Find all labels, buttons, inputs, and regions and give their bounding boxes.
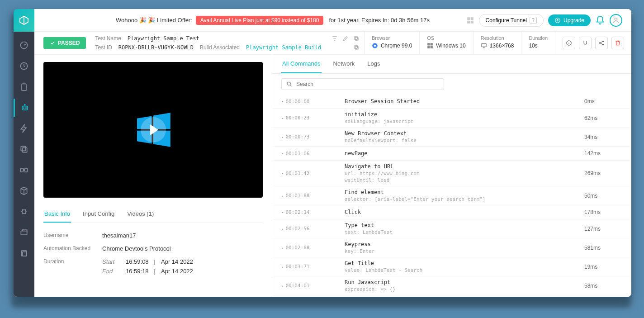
os-label: OS (427, 35, 465, 41)
bug-icon (19, 207, 28, 216)
sidebar-bolt[interactable] (14, 119, 34, 138)
configure-label: Configure Tunnel (486, 17, 527, 24)
magnet-button[interactable] (579, 37, 592, 49)
command-row[interactable]: 00:04:01 Run Javascriptexpression: => {}… (272, 276, 630, 295)
status-badge: PASSED (43, 37, 86, 49)
configure-tunnel-button[interactable]: Configure Tunnel? (479, 14, 544, 27)
copy-icon (19, 145, 28, 154)
start-label: Start (102, 258, 120, 265)
testname-label: Test Name (95, 35, 121, 42)
windows-icon (427, 43, 433, 49)
svg-rect-17 (467, 20, 470, 23)
command-time: 00:00:23 (281, 115, 327, 121)
sidebar-copy[interactable] (14, 140, 34, 158)
build-link[interactable]: Playwright Sample Build (246, 44, 321, 51)
command-row[interactable]: 00:02:14 Click 178ms (272, 205, 630, 219)
command-duration: 269ms (584, 170, 620, 176)
bell-icon[interactable] (595, 15, 605, 25)
search-box[interactable] (281, 78, 444, 90)
clock-icon (19, 62, 28, 71)
search-input[interactable] (296, 81, 439, 87)
share-button[interactable] (595, 37, 608, 49)
duration-label: Duration (529, 35, 548, 41)
tab-network[interactable]: Network (332, 55, 356, 73)
svg-point-26 (374, 45, 376, 47)
cube-icon (19, 186, 28, 195)
sidebar-eye[interactable] (14, 161, 34, 179)
command-row[interactable]: 00:01:42 Navigate to URLurl: https://www… (272, 161, 630, 186)
layers-icon (19, 228, 28, 237)
command-title: New Browser Context (345, 130, 584, 137)
avatar[interactable] (610, 14, 622, 27)
start-time: 16:59:08 (126, 258, 149, 265)
command-duration: 62ms (584, 115, 620, 121)
info-button[interactable] (563, 37, 575, 49)
command-row[interactable]: 00:00:00 Browser Session Started 0ms (272, 95, 630, 109)
sidebar-cube[interactable] (14, 182, 34, 200)
tab-input-config[interactable]: Input Config (82, 206, 115, 223)
command-duration: 58ms (584, 283, 620, 289)
share-icon (598, 40, 605, 46)
svg-rect-30 (431, 46, 433, 48)
command-time: 00:01:42 (281, 171, 327, 176)
sidebar-dashboard[interactable] (14, 36, 34, 54)
delete-button[interactable] (611, 37, 624, 49)
trash-icon (615, 40, 621, 46)
command-title: Keypress (345, 241, 584, 247)
command-row[interactable]: 00:01:06 newPage 142ms (272, 147, 630, 161)
tab-logs[interactable]: Logs (366, 55, 381, 73)
end-date: Apr 14 2022 (161, 268, 193, 275)
command-duration: 142ms (584, 150, 620, 157)
help-icon: ? (530, 17, 537, 24)
svg-rect-21 (355, 38, 358, 40)
copy-icon[interactable] (353, 44, 360, 51)
left-pane: Basic Info Input Config Videos (1) Usern… (34, 55, 272, 297)
svg-rect-15 (467, 17, 470, 20)
sidebar-folder[interactable] (14, 244, 34, 262)
command-time: 00:00:00 (281, 99, 327, 104)
logo-block[interactable] (14, 9, 34, 32)
command-row[interactable]: 00:00:73 New Browser ContextnoDefaultVie… (272, 128, 630, 147)
tab-all-commands[interactable]: All Commands (281, 55, 322, 73)
apps-grid-icon[interactable] (466, 16, 474, 24)
sidebar-automation[interactable] (14, 99, 34, 117)
sidebar-integration[interactable] (14, 223, 34, 242)
command-title: Type text (345, 222, 584, 228)
svg-rect-29 (427, 46, 430, 48)
app-window: Wohooo 🎉 🎉 Limited Offer: Avail Annual L… (14, 9, 631, 297)
command-time: 00:02:56 (281, 226, 327, 232)
upgrade-icon (554, 17, 561, 24)
svg-rect-28 (431, 43, 433, 45)
robot-icon (20, 103, 29, 112)
video-player[interactable] (43, 62, 263, 198)
command-duration: 0ms (584, 98, 620, 104)
user-icon (612, 17, 620, 24)
gauge-icon (19, 41, 28, 50)
svg-point-20 (615, 18, 617, 20)
svg-rect-7 (23, 148, 27, 152)
command-row[interactable]: 00:01:88 Find elementselector: [aria-lab… (272, 186, 630, 205)
sidebar-bug[interactable] (14, 203, 34, 221)
command-list[interactable]: 00:00:00 Browser Session Started 0ms00:0… (272, 95, 631, 297)
command-time: 00:01:88 (281, 193, 327, 199)
command-title: Find element (345, 189, 584, 195)
filter-icon[interactable] (331, 35, 338, 42)
sidebar-battery[interactable] (14, 78, 34, 96)
edit-icon[interactable] (342, 35, 349, 42)
folder-icon (19, 249, 28, 258)
tab-videos[interactable]: Videos (1) (126, 206, 155, 223)
info-icon (566, 40, 572, 46)
end-time: 16:59:18 (126, 268, 149, 275)
magnet-icon (582, 40, 588, 46)
command-row[interactable]: 00:02:88 Keypresskey: Enter 581ms (272, 238, 630, 257)
command-row[interactable]: 00:00:23 initializesdkLanguage: javascri… (272, 109, 630, 128)
svg-rect-14 (23, 252, 27, 256)
copy-icon[interactable] (353, 35, 360, 42)
upgrade-button[interactable]: Upgrade (548, 14, 591, 26)
offer-badge[interactable]: Avail Annual Live Plan just at $90 inste… (196, 16, 324, 25)
tab-basic-info[interactable]: Basic Info (43, 206, 71, 223)
command-row[interactable]: 00:02:56 Type texttext: LambdaTest 127ms (272, 219, 630, 238)
sidebar-realtime[interactable] (14, 57, 34, 75)
command-duration: 19ms (584, 264, 620, 270)
command-row[interactable]: 00:03:71 Get Titlevalue: LambdaTest - Se… (272, 257, 630, 276)
